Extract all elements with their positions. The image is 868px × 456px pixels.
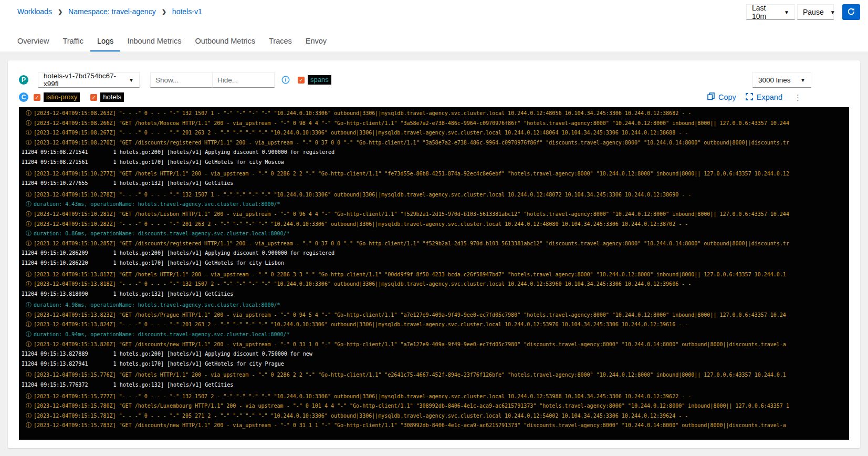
info-circle-icon: ⓘ [26,169,32,179]
kebab-menu[interactable]: ⋮ [794,94,802,101]
refresh-button[interactable] [842,4,860,20]
log-line: ⓘ[2023-12-04T09:15:15.781Z] "- - -" 0 - … [22,411,849,421]
info-circle-icon: ⓘ [26,340,32,350]
log-line: ⓘ[2023-12-04T09:15:13.817Z] "GET /hotels… [22,270,849,280]
log-actions: Copy Expand ⋮ [707,92,802,102]
log-line-text: I1204 09:15:08.271541 1 hotels.go:200] [… [22,148,334,158]
logs-toolbar-row1: P hotels-v1-7bd754bc67-x99fl ▼ ✓ spans 3… [19,72,849,88]
log-line-text: duration: 0.86ms, operationName: discoun… [34,229,290,239]
info-icon[interactable] [281,76,290,84]
log-line-text: duration: 4.43ms, operationName: hotels.… [34,200,280,210]
log-line-text: duration: 4.98ms, operationName: hotels.… [34,300,280,310]
expand-label: Expand [757,93,782,101]
time-range-dropdown[interactable]: Last 10m ▼ [746,4,795,20]
spans-checkbox[interactable]: ✓ [298,77,305,84]
chevron-down-icon: ▼ [122,77,134,83]
container-checkbox[interactable]: ✓ [34,94,40,101]
info-circle-icon: ⓘ [26,210,32,220]
info-circle-icon: ⓘ [26,421,32,431]
log-line: I1204 09:15:10.286209 1 hotels.go:200] [… [22,248,849,258]
tab-logs[interactable]: Logs [90,33,120,52]
log-line-text: [2023-12-04T09:15:08.263Z] "- - -" 0 - -… [34,109,691,119]
log-line: I1204 09:15:10.286220 1 hotels.go:170] [… [22,258,849,268]
log-line-text: duration: 0.94ms, operationName: discoun… [34,330,290,340]
log-line-text: I1204 09:15:13.818090 1 hotels.go:132] [… [22,289,233,299]
log-line-text: I1204 09:15:13.827941 1 hotels.go:170] [… [22,359,284,369]
expand-button[interactable]: Expand [746,93,782,102]
container-label[interactable]: hotels [100,92,124,102]
log-line: ⓘ[2023-12-04T09:15:15.780Z] "GET /hotels… [22,401,849,411]
chevron-down-icon: ▼ [794,77,806,83]
log-line-text: I1204 09:15:15.776372 1 hotels.go:132] [… [22,380,233,390]
log-line: I1204 09:15:08.271561 1 hotels.go:170] [… [22,158,849,168]
log-line: ⓘduration: 0.94ms, operationName: discou… [22,330,849,340]
log-line: I1204 09:15:10.277655 1 hotels.go:132] [… [22,179,849,189]
lines-dropdown[interactable]: 3000 lines ▼ [752,72,811,88]
log-line-text: [2023-12-04T09:15:13.826Z] "GET /discoun… [34,340,786,350]
log-filter-inputs [150,72,275,88]
log-line-text: [2023-12-04T09:15:10.282Z] "- - -" 0 - -… [34,220,688,230]
tab-overview[interactable]: Overview [11,33,56,52]
breadcrumb-item[interactable]: hotels-v1 [172,7,202,16]
tab-outbound-metrics[interactable]: Outbound Metrics [189,33,262,52]
pod-dropdown[interactable]: hotels-v1-7bd754bc67-x99fl ▼ [38,72,140,88]
log-line: ⓘ[2023-12-04T09:15:08.270Z] "GET /discou… [22,138,849,148]
breadcrumb-item[interactable]: Workloads [17,7,52,16]
container-toggles: ✓istio-proxy✓hotels [28,92,124,102]
hide-filter-input[interactable] [212,72,275,88]
container-checkbox[interactable]: ✓ [90,94,97,101]
time-range-value: Last 10m [752,4,778,20]
container-label[interactable]: istio-proxy [44,92,80,102]
sync-icon [847,7,855,17]
spans-label[interactable]: spans [308,75,331,85]
pod-badge: P [19,75,28,85]
time-controls: Last 10m ▼ Pause ▼ [746,4,860,20]
log-pane[interactable]: ⓘ[2023-12-04T09:15:08.263Z] "- - -" 0 - … [19,107,849,440]
info-circle-icon: ⓘ [26,320,32,330]
log-line-text: [2023-12-04T09:15:10.281Z] "GET /hotels/… [34,210,789,220]
show-filter-input[interactable] [150,72,213,88]
refresh-interval-dropdown[interactable]: Pause ▼ [797,4,834,20]
tab-traces[interactable]: Traces [262,33,299,52]
info-circle-icon: ⓘ [26,392,32,402]
log-line: ⓘ[2023-12-04T09:15:15.776Z] "GET /hotels… [22,370,849,380]
log-line: ⓘ[2023-12-04T09:15:10.281Z] "GET /hotels… [22,210,849,220]
breadcrumb-item[interactable]: Namespace: travel-agency [68,7,156,16]
log-line: ⓘ[2023-12-04T09:15:10.277Z] "GET /hotels… [22,169,849,179]
log-line-text: [2023-12-04T09:15:10.277Z] "GET /hotels … [34,169,789,179]
log-line: ⓘ[2023-12-04T09:15:13.826Z] "GET /discou… [22,340,849,350]
container-badge: C [19,92,28,102]
log-line-text: [2023-12-04T09:15:08.266Z] "GET /hotels/… [34,119,789,129]
chevron-right-icon: ❯ [58,8,62,15]
info-circle-icon: ⓘ [26,310,32,320]
log-line: ⓘduration: 4.43ms, operationName: hotels… [22,200,849,210]
tab-traffic[interactable]: Traffic [56,33,90,52]
info-circle-icon: ⓘ [26,128,32,138]
info-circle-icon: ⓘ [26,220,32,230]
log-line-text: [2023-12-04T09:15:13.824Z] "- - -" 0 - -… [34,320,688,330]
log-line-text: [2023-12-04T09:15:13.823Z] "GET /hotels/… [34,310,786,320]
info-circle-icon: ⓘ [26,119,32,129]
log-line-text: [2023-12-04T09:15:15.776Z] "GET /hotels … [34,370,786,380]
chevron-down-icon: ▼ [824,9,835,15]
log-line: I1204 09:15:15.776372 1 hotels.go:132] [… [22,380,849,390]
log-line: ⓘ[2023-12-04T09:15:08.267Z] "- - -" 0 - … [22,128,849,138]
container-toggle: ✓istio-proxy [34,92,80,102]
log-line-text: I1204 09:15:10.286209 1 hotels.go:200] [… [22,248,334,258]
log-line-text: [2023-12-04T09:15:15.781Z] "- - -" 0 - -… [34,411,688,421]
log-line-text: [2023-12-04T09:15:08.267Z] "- - -" 0 - -… [34,128,688,138]
log-line: ⓘduration: 0.86ms, operationName: discou… [22,229,849,239]
tab-inbound-metrics[interactable]: Inbound Metrics [120,33,188,52]
info-circle-icon: ⓘ [26,229,32,239]
tab-bar: OverviewTrafficLogsInbound MetricsOutbou… [0,33,868,52]
log-line-text: [2023-12-04T09:15:13.818Z] "- - -" 0 - -… [34,279,691,289]
log-line-text: I1204 09:15:08.271561 1 hotels.go:170] [… [22,158,284,168]
copy-button[interactable]: Copy [707,92,736,102]
log-line: I1204 09:15:13.827941 1 hotels.go:170] [… [22,359,849,369]
tab-envoy[interactable]: Envoy [299,33,333,52]
logs-card: P hotels-v1-7bd754bc67-x99fl ▼ ✓ spans 3… [8,60,860,448]
log-line-text: I1204 09:15:13.827889 1 hotels.go:200] [… [22,349,312,359]
copy-icon [707,92,715,102]
log-line: I1204 09:15:08.271541 1 hotels.go:200] [… [22,148,849,158]
info-circle-icon: ⓘ [26,239,32,249]
